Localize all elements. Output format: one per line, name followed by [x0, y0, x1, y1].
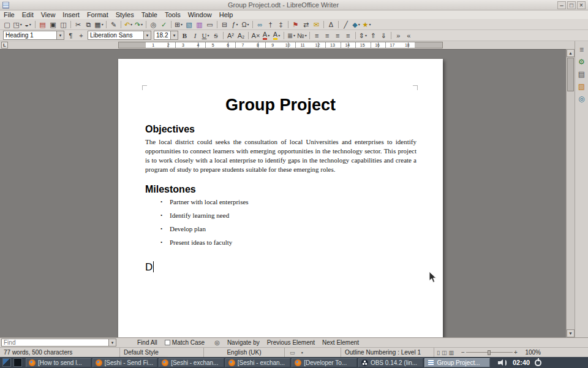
decrease-indent-icon[interactable]: «	[404, 31, 414, 40]
clear-formatting-icon[interactable]: A×	[251, 31, 261, 40]
menu-file[interactable]: File	[0, 10, 18, 19]
ruler-strip[interactable]: 123456789101112131415161718	[118, 42, 443, 48]
taskbar-window-seshi-exchange-1[interactable]: [Seshi - exchan...	[159, 358, 224, 367]
italic-icon[interactable]: I	[190, 31, 200, 40]
power-icon[interactable]	[535, 359, 541, 366]
new-style-icon[interactable]: +	[76, 31, 86, 40]
menu-help[interactable]: Help	[216, 10, 237, 19]
insert-line-icon[interactable]: ╱	[341, 20, 351, 29]
ruler-right-margin[interactable]	[415, 42, 442, 48]
justify-icon[interactable]: ≡	[343, 31, 353, 40]
cut-icon[interactable]: ✂	[73, 20, 83, 29]
page-break-icon[interactable]: ⊟	[219, 20, 230, 29]
update-style-icon[interactable]: ¶	[66, 31, 76, 40]
clock[interactable]: 02:40	[513, 359, 530, 366]
zoom-track[interactable]	[466, 352, 513, 353]
bookmark-icon[interactable]: ⚑	[290, 20, 301, 29]
previous-element-button[interactable]: Previous Element	[267, 339, 315, 346]
checkbox-icon[interactable]	[165, 340, 170, 345]
sidebar-navigator-icon[interactable]: ◎	[576, 93, 587, 104]
bullet-list-icon[interactable]: ≣▾	[286, 31, 296, 40]
align-center-icon[interactable]: ≡	[322, 31, 333, 40]
horizontal-ruler[interactable]: L 123456789101112131415161718	[0, 41, 575, 49]
insert-endnote-icon[interactable]: ‡	[276, 20, 286, 29]
bold-icon[interactable]: B	[179, 31, 190, 40]
superscript-icon[interactable]: A²	[225, 31, 236, 40]
zoom-thumb[interactable]	[488, 350, 491, 355]
taskbar-window-seshi-exchange-2[interactable]: [Seshi - exchan...	[225, 358, 291, 367]
track-changes-icon[interactable]: Δ	[326, 20, 336, 29]
match-case-checkbox[interactable]: Match Case	[165, 339, 205, 346]
strikethrough-icon[interactable]: S	[211, 31, 221, 40]
open-icon[interactable]: ◳▾	[12, 20, 23, 29]
align-right-icon[interactable]: ≡	[333, 31, 343, 40]
menu-insert[interactable]: Insert	[59, 10, 83, 19]
close-button[interactable]: ×	[577, 1, 586, 9]
insert-table-icon[interactable]: ⊞▾	[173, 20, 184, 29]
chevron-down-icon[interactable]: ▾	[143, 31, 151, 39]
page-style[interactable]: Default Style	[120, 348, 204, 357]
taskbar-window-how-to-send[interactable]: [How to send l...	[26, 358, 91, 367]
print-preview-icon[interactable]: ◫	[58, 20, 69, 29]
zoom-slider[interactable]: − +	[460, 349, 519, 356]
terminal-icon[interactable]	[13, 358, 22, 367]
insert-textbox-icon[interactable]: ▭	[205, 20, 215, 29]
font-color-icon[interactable]: A▾	[261, 31, 271, 40]
volume-icon[interactable]	[497, 359, 508, 367]
increase-paragraph-space-icon[interactable]: ⇑	[368, 31, 379, 40]
insert-comment-icon[interactable]: ✉	[311, 20, 322, 29]
save-icon[interactable]: ◒▾	[23, 20, 33, 29]
redo-icon[interactable]: ↷▾	[134, 20, 144, 29]
selection-mode-icon[interactable]: ▭	[290, 350, 295, 356]
find-input[interactable]	[2, 339, 108, 346]
menu-table[interactable]: Table	[138, 10, 161, 19]
symbol-shapes-icon[interactable]: ★▾	[361, 20, 372, 29]
chevron-down-icon[interactable]: ▾	[170, 31, 178, 39]
basic-shapes-icon[interactable]: ◆▾	[351, 20, 361, 29]
sidebar-gallery-icon[interactable]: ▧	[576, 81, 587, 92]
single-page-view-icon[interactable]: ▯	[437, 350, 440, 356]
subscript-icon[interactable]: A₂	[236, 31, 246, 40]
highlight-color-icon[interactable]: A▾	[271, 31, 282, 40]
insert-field-icon[interactable]: ƒ▾	[230, 20, 240, 29]
sidebar-properties-icon[interactable]: ⚙	[576, 56, 587, 67]
word-count[interactable]: 77 words, 500 characters	[0, 348, 120, 357]
document-page[interactable]: Group Project Objectives The local distr…	[118, 59, 443, 337]
decrease-paragraph-space-icon[interactable]: ⇓	[379, 31, 389, 40]
title-bar[interactable]: Group Project.odt - LibreOffice Writer –…	[0, 0, 588, 10]
underline-icon[interactable]: U▾	[200, 31, 211, 40]
new-document-icon[interactable]: ▢	[2, 20, 12, 29]
numbered-list-icon[interactable]: №▾	[296, 31, 307, 40]
sidebar-menu-icon[interactable]: ≡	[576, 44, 587, 55]
maximize-button[interactable]: □	[567, 1, 576, 9]
zoom-level[interactable]: 100%	[520, 349, 545, 356]
minimize-button[interactable]: –	[557, 1, 566, 9]
find-all-button[interactable]: Find All	[137, 339, 157, 346]
app-menu-icon[interactable]	[2, 358, 11, 367]
export-pdf-icon[interactable]: ▤	[37, 20, 48, 29]
font-size-select[interactable]: 18.2 ▾	[154, 31, 178, 40]
ruler-left-margin[interactable]	[119, 42, 146, 48]
scroll-down-icon[interactable]: ▼	[567, 329, 575, 337]
menu-view[interactable]: View	[37, 10, 59, 19]
insert-hyperlink-icon[interactable]: ∞	[255, 20, 265, 29]
menu-window[interactable]: Window	[184, 10, 216, 19]
menu-tools[interactable]: Tools	[161, 10, 184, 19]
clone-formatting-icon[interactable]: ✎	[108, 20, 119, 29]
outline-level[interactable]: Outline Numbering : Level 1	[341, 348, 434, 357]
scrollbar-thumb[interactable]	[567, 58, 574, 91]
find-replace-icon[interactable]: ◎	[148, 20, 159, 29]
taskbar-window-obs[interactable]: OBS 0.14.2 (lin...	[358, 358, 424, 367]
text-language[interactable]: English (UK)	[204, 348, 285, 357]
cross-reference-icon[interactable]: ⇄	[301, 20, 311, 29]
zoom-out-icon[interactable]: −	[460, 349, 466, 356]
taskbar-window-seshi-send[interactable]: [Seshi - Send Fi...	[92, 358, 158, 367]
zoom-in-icon[interactable]: +	[513, 349, 519, 356]
font-name-select[interactable]: Liberation Sans ▾	[88, 31, 151, 40]
taskbar-window-group-project[interactable]: Group Project...	[424, 358, 490, 367]
spelling-icon[interactable]: ✓	[159, 20, 169, 29]
next-element-button[interactable]: Next Element	[322, 339, 359, 346]
copy-icon[interactable]: ⧉	[83, 20, 94, 29]
increase-indent-icon[interactable]: »	[393, 31, 404, 40]
taskbar-window-developer-tools[interactable]: [Developer To...	[292, 358, 357, 367]
